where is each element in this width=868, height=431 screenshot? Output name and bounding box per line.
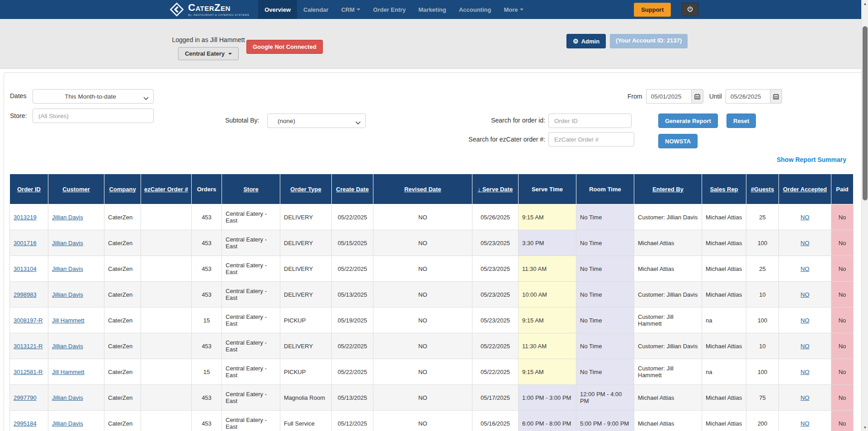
order_accepted-link[interactable]: NO — [801, 343, 810, 350]
order_accepted-link[interactable]: NO — [801, 394, 810, 401]
cell-order_accepted: NO — [779, 256, 831, 282]
logout-power-button[interactable] — [682, 3, 698, 16]
cell-ezcater_order — [141, 333, 192, 359]
nav-item-order-entry[interactable]: Order Entry — [367, 0, 412, 19]
order_id-link[interactable]: 3013121-R — [14, 343, 42, 350]
column-header-order_id[interactable]: Order ID — [10, 174, 48, 204]
nav-item-marketing[interactable]: Marketing — [412, 0, 453, 19]
nav-item-crm[interactable]: CRM — [335, 0, 367, 19]
cell-ezcater_order — [141, 411, 192, 431]
order_id-link[interactable]: 3013219 — [14, 214, 37, 221]
column-header-entered_by[interactable]: Entered By — [634, 174, 702, 204]
nowsta-button[interactable]: NOWSTA — [658, 134, 698, 148]
cell-ezcater_order — [141, 230, 192, 256]
cell-company: CaterZen — [104, 385, 141, 411]
customer-link[interactable]: Jill Hammett — [52, 369, 85, 375]
show-report-summary-link[interactable]: Show Report Summary — [777, 156, 846, 163]
cell-customer: Jillian Davis — [48, 204, 104, 230]
nav-item-calendar[interactable]: Calendar — [297, 0, 335, 19]
cell-company: CaterZen — [104, 308, 141, 333]
admin-button[interactable]: ⚙ Admin — [566, 34, 606, 48]
cell-guests: 25 — [746, 204, 779, 230]
until-date-input[interactable] — [726, 89, 770, 104]
customer-link[interactable]: Jill Hammett — [52, 317, 85, 324]
order_accepted-link[interactable]: NO — [801, 265, 810, 272]
cell-entered_by: Customer: Jillian Davis — [634, 333, 702, 359]
cell-customer: Jillian Davis — [48, 230, 104, 256]
caterzen-logo[interactable]: CaterZen By: RESTAURANT & CATERING SYSTE… — [170, 2, 249, 17]
nav-item-overview[interactable]: Overview — [258, 0, 297, 19]
order_accepted-link[interactable]: NO — [801, 369, 810, 375]
generate-report-button[interactable]: Generate Report — [658, 114, 718, 128]
nav-item-more[interactable]: More — [497, 0, 530, 19]
column-header-sales_rep[interactable]: Sales Rep — [702, 174, 746, 204]
until-calendar-button[interactable] — [770, 89, 782, 104]
scroll-down-arrow-icon[interactable]: ▼ — [862, 424, 868, 431]
order_accepted-link[interactable]: NO — [801, 214, 810, 221]
column-header-order_type[interactable]: Order Type — [280, 174, 332, 204]
column-header-order_accepted[interactable]: Order Accepted — [779, 174, 831, 204]
cell-order_type: DELIVERY — [280, 230, 332, 256]
google-status-button[interactable]: Google Not Connected — [246, 40, 323, 54]
order_accepted-link[interactable]: NO — [801, 420, 810, 427]
cell-store: Central Eatery - East — [222, 359, 280, 385]
cell-ezcater_order — [141, 204, 192, 230]
order_id-link[interactable]: 2995184 — [14, 420, 37, 427]
cell-guests: 200 — [746, 411, 779, 431]
order_accepted-link[interactable]: NO — [801, 291, 810, 298]
column-header-guests[interactable]: #Guests — [746, 174, 779, 204]
customer-link[interactable]: Jillian Davis — [52, 420, 83, 427]
order_id-link[interactable]: 2997790 — [14, 394, 37, 401]
from-calendar-button[interactable] — [691, 89, 703, 104]
orders-table: Order IDCustomerCompanyezCater Order #Or… — [9, 174, 854, 431]
ezcater-search-input[interactable] — [548, 132, 634, 147]
cell-entered_by: Customer: Jillian Davis — [634, 204, 702, 230]
column-header-store[interactable]: Store — [222, 174, 280, 204]
support-button[interactable]: Support — [634, 3, 671, 17]
cell-create_date: 05/19/2025 — [332, 308, 373, 333]
order_id-link[interactable]: 2998983 — [14, 291, 37, 298]
cell-customer: Jillian Davis — [48, 385, 104, 411]
order_accepted-link[interactable]: NO — [801, 240, 810, 246]
column-header-create_date[interactable]: Create Date — [332, 174, 373, 204]
subtotal-by-select[interactable]: (none) — [267, 114, 366, 128]
cell-create_date: 05/13/2025 — [332, 385, 373, 411]
cell-orders: 453 — [192, 333, 222, 359]
calendar-icon — [773, 94, 779, 99]
order_id-link[interactable]: 3013104 — [14, 265, 37, 272]
customer-link[interactable]: Jillian Davis — [52, 214, 83, 221]
column-header-serve_date[interactable]: ↓ Serve Date — [472, 174, 519, 204]
store-label: Store: — [10, 112, 27, 119]
store-switcher-button[interactable]: Central Eatery — [178, 47, 239, 60]
column-header-customer[interactable]: Customer — [48, 174, 104, 204]
cell-revised_date: NO — [373, 204, 472, 230]
store-input[interactable] — [33, 109, 154, 123]
account-header: Logged in as Jill Hammett Central Eatery… — [0, 19, 868, 69]
customer-link[interactable]: Jillian Davis — [52, 265, 83, 272]
cell-order_accepted: NO — [779, 359, 831, 385]
customer-link[interactable]: Jillian Davis — [52, 343, 83, 350]
cell-create_date: 05/22/2025 — [332, 333, 373, 359]
dates-select[interactable]: This Month-to-date — [33, 89, 154, 104]
customer-link[interactable]: Jillian Davis — [52, 240, 83, 246]
nav-item-accounting[interactable]: Accounting — [453, 0, 498, 19]
order_accepted-link[interactable]: NO — [801, 317, 810, 324]
order_id-link[interactable]: 3001716 — [14, 240, 37, 246]
cell-serve_time: 11:30 AM — [519, 333, 576, 359]
customer-link[interactable]: Jillian Davis — [52, 291, 83, 298]
scrollbar-thumb[interactable] — [863, 26, 868, 200]
order-id-search-input[interactable] — [548, 114, 632, 128]
column-header-company[interactable]: Company — [104, 174, 141, 204]
column-header-revised_date[interactable]: Revised Date — [373, 174, 472, 204]
from-date-input[interactable] — [646, 89, 691, 104]
vertical-scrollbar[interactable]: ▲ ▼ — [861, 0, 868, 431]
order_id-link[interactable]: 3008197-R — [14, 317, 42, 324]
cell-revised_date: NO — [373, 359, 472, 385]
cell-guests: 100 — [746, 308, 779, 333]
customer-link[interactable]: Jillian Davis — [52, 394, 83, 401]
column-header-ezcater_order[interactable]: ezCater Order # — [141, 174, 192, 204]
order_id-link[interactable]: 3012581-R — [14, 369, 42, 375]
until-label: Until — [709, 93, 722, 100]
reset-button[interactable]: Reset — [726, 114, 756, 128]
scroll-up-arrow-icon[interactable]: ▲ — [862, 0, 868, 7]
